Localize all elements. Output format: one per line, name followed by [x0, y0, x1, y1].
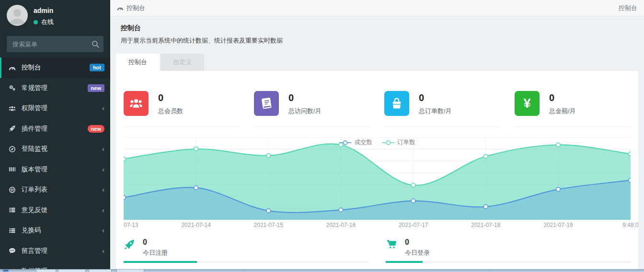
taskbar[interactable]	[0, 269, 644, 272]
x-axis-tick: 2021-07-19	[543, 222, 573, 228]
chevron-left-icon: ‹	[102, 249, 104, 253]
legend-item[interactable]: 成交数	[339, 138, 373, 147]
sidebar-item-plugin[interactable]: 插件管理new	[0, 119, 110, 139]
sidebar-item-general[interactable]: 常规管理new	[0, 78, 110, 99]
taskbar-window-button[interactable]	[116, 270, 144, 272]
chevron-left-icon: ‹	[102, 167, 104, 172]
menu-badge: hot	[90, 64, 104, 71]
rocket-icon	[9, 125, 17, 132]
area-chart	[124, 137, 631, 220]
list-icon	[9, 206, 17, 214]
progress-fill	[386, 261, 423, 263]
stat-card-visits: 0 总访问数/月	[254, 80, 370, 127]
sidebar-item-dashboard[interactable]: 控制台hot	[0, 57, 110, 78]
stat-card-amount: ¥ 0 总金额/月	[515, 80, 631, 127]
legend-marker-icon	[382, 140, 394, 146]
bstat-label: 今日登录	[405, 249, 430, 257]
user-name: admin	[34, 7, 54, 14]
sidebar-item-label: 控制台	[22, 63, 90, 72]
x-axis-labels: 07-132021-07-142021-07-152021-07-162021-…	[124, 222, 631, 231]
sidebar-item-permission[interactable]: 权限管理‹	[0, 98, 110, 119]
x-axis-tick: 2021-07-15	[254, 222, 283, 228]
sidebar-item-label: 常规管理	[22, 84, 88, 92]
x-axis-tick: 07-13	[124, 222, 138, 228]
person-silhouette-icon	[7, 5, 28, 26]
page-head: 控制台 用于展示当前系统中的统计数据、统计报表及重要实时数据	[121, 24, 633, 45]
sidebar-menu: 控制台hot常规管理new权限管理‹插件管理new登陆监视‹版本管理‹订单列表‹…	[0, 57, 110, 272]
sidebar-item-label: 兑换码	[22, 226, 102, 235]
bottom-stats: 0 今日注册	[124, 238, 631, 263]
breadcrumb: 控制台	[117, 4, 145, 12]
users-icon	[9, 105, 17, 112]
tab-custom[interactable]: 自定义	[161, 54, 204, 71]
progress-track	[124, 261, 368, 263]
start-button[interactable]	[3, 270, 9, 272]
stats-row: 0 总会员数	[124, 80, 631, 127]
taskbar-window-button[interactable]	[58, 270, 86, 272]
shopping-bag-icon	[384, 91, 409, 116]
legend-label: 订单数	[397, 138, 415, 147]
sidebar-item-version[interactable]: 版本管理‹	[0, 159, 110, 180]
tab-dashboard[interactable]: 控制台	[116, 54, 160, 71]
book-icon	[254, 91, 279, 116]
content: 控制台 用于展示当前系统中的统计数据、统计报表及重要实时数据 控制台 自定义	[110, 16, 644, 272]
topbar: 控制台 控制台	[110, 0, 644, 16]
search-input[interactable]	[7, 36, 104, 52]
sidebar-item-message[interactable]: 留言管理‹	[0, 241, 110, 261]
stat-card-orders: 0 总订单数/月	[384, 80, 500, 127]
tab-bar: 控制台 自定义	[116, 54, 638, 71]
legend-label: 成交数	[355, 138, 373, 147]
main-area: 控制台 控制台 控制台 用于展示当前系统中的统计数据、统计报表及重要实时数据 控…	[110, 0, 644, 272]
tachometer-icon	[117, 5, 124, 11]
user-panel: admin 在线	[0, 0, 110, 30]
comment-icon	[9, 247, 17, 254]
sidebar-item-label: 订单列表	[22, 185, 102, 194]
x-axis-tick: 2021-07-16	[326, 222, 356, 228]
chart-legend: 成交数订单数	[339, 138, 415, 147]
app-window: admin 在线 控制台hot常规管理new权限管理‹插件管理new登陆监视‹版…	[0, 0, 644, 272]
gears-icon	[9, 84, 17, 91]
legend-item[interactable]: 订单数	[382, 138, 415, 147]
stat-label: 总会员数	[158, 107, 183, 115]
tachometer-icon	[9, 64, 17, 71]
sidebar-item-redeem-code[interactable]: 兑换码‹	[0, 220, 110, 241]
legend-marker-icon	[339, 140, 352, 146]
avatar[interactable]	[7, 5, 28, 26]
chevron-left-icon: ‹	[102, 147, 104, 151]
progress-fill	[124, 261, 197, 263]
today-register-stat: 0 今日注册	[124, 238, 368, 263]
sidebar-item-label: 权限管理	[22, 104, 102, 113]
breadcrumb-label: 控制台	[126, 4, 145, 12]
trend-chart: 成交数订单数 07-132021-07-142021-07-152021-07-…	[124, 137, 631, 231]
stat-value: 0	[158, 92, 183, 103]
stat-card-members: 0 总会员数	[124, 80, 240, 127]
yen-icon: ¥	[515, 91, 540, 116]
taskbar-window-button[interactable]	[36, 270, 56, 272]
progress-track	[386, 261, 631, 263]
today-login-stat: 0 今日登录	[386, 238, 631, 263]
x-axis-tick: 2021-07-17	[399, 222, 428, 228]
chevron-left-icon: ‹	[102, 208, 104, 213]
topbar-right-link[interactable]: 控制台	[619, 4, 637, 12]
cart-icon	[386, 238, 398, 257]
taskbar-window-button[interactable]	[89, 270, 112, 272]
page-title: 控制台	[121, 24, 633, 33]
x-axis-tick: 2021-07-14	[181, 222, 210, 228]
menu-badge: new	[88, 125, 104, 133]
sidebar-item-label: 留言管理	[22, 247, 102, 255]
chevron-left-icon: ‹	[102, 106, 104, 111]
sidebar-item-label: 登陆监视	[22, 145, 102, 153]
sidebar-item-feedback[interactable]: 意见反馈‹	[0, 200, 110, 221]
users-group-icon	[124, 91, 149, 116]
sidebar-item-label: 版本管理	[22, 165, 102, 174]
compass-icon	[9, 146, 17, 153]
x-axis-tick: 9:48:0	[622, 222, 638, 228]
rocket-icon	[124, 238, 136, 257]
sidebar-item-login-monitor[interactable]: 登陆监视‹	[0, 139, 110, 159]
barcode-icon	[9, 166, 17, 173]
bstat-value: 0	[143, 238, 168, 247]
online-status-text: 在线	[41, 18, 54, 26]
sidebar-item-order-list[interactable]: 订单列表‹	[0, 180, 110, 200]
stat-value: 0	[288, 92, 322, 103]
search-icon[interactable]	[92, 40, 99, 48]
